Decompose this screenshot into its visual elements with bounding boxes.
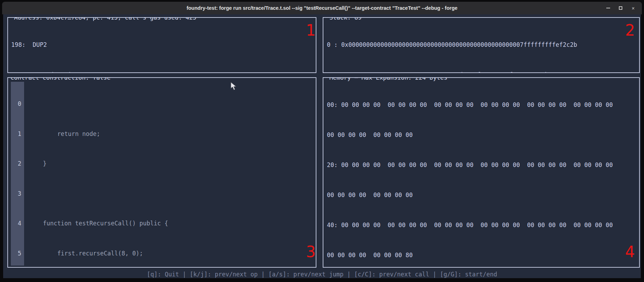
opcode-text: 199: PUSH1(0x00) — [11, 71, 72, 73]
mouse-cursor-icon — [230, 82, 238, 91]
stack-panel-title: Stack: 89 — [323, 17, 368, 22]
memory-row: 00: 00 00 00 00 00 00 00 00 00 00 00 00 … — [323, 100, 639, 109]
opcode-row: 199: PUSH1(0x00) — [8, 70, 316, 73]
memory-row: 00 00 00 00 00 00 00 80 — [323, 251, 639, 260]
screen: { "window": { "title": "foundry-test: fo… — [0, 0, 644, 282]
memory-list: 00: 00 00 00 00 00 00 00 00 00 00 00 00 … — [323, 78, 639, 268]
source-code-text: function testRecurseCall() public { — [29, 219, 168, 228]
source-panel-title: Contract construction: false — [8, 77, 113, 82]
memory-row: 00 00 00 00 00 00 00 00 — [323, 130, 639, 139]
memory-row: 20: 00 00 00 00 00 00 00 00 00 00 00 00 … — [323, 160, 639, 169]
close-button[interactable]: ✕ — [630, 5, 636, 11]
stack-value: 0 : 0x0000000000000000000000000000000000… — [327, 41, 577, 48]
opcode-text: 198: DUP2 — [11, 41, 47, 48]
source-code-list: 0 1 return node; 2 } 3 4 function testRe… — [8, 78, 316, 268]
memory-bytes: 40: 00 00 00 00 00 00 00 00 00 00 00 00 … — [327, 222, 613, 229]
source-line: 2 } — [8, 159, 316, 168]
annotation-number-4: 4 — [625, 244, 635, 260]
memory-bytes: 20: 00 00 00 00 00 00 00 00 00 00 00 00 … — [327, 161, 613, 168]
source-code-text: first.recurseCall(8, 0); — [29, 249, 143, 258]
line-number: 2 — [11, 159, 24, 168]
memory-row: 40: 00 00 00 00 00 00 00 00 00 00 00 00 … — [323, 220, 639, 230]
window-controls: ✕ — [605, 2, 636, 14]
opcode-list: 198: DUP2 199: PUSH1(0x00) 19b: DUP8 19c… — [8, 18, 316, 73]
memory-panel-title: Memory – Max Expansion: 224 bytes — [323, 77, 450, 82]
annotation-number-3: 3 — [306, 244, 316, 260]
window-title: foundry-test: forge run src/trace/Trace.… — [2, 2, 642, 14]
line-number: 3 — [11, 189, 24, 198]
maximize-icon — [619, 6, 622, 10]
memory-bytes: 00 00 00 00 00 00 00 00 — [327, 131, 413, 138]
source-panel: Contract construction: false 0 1 return … — [7, 77, 316, 268]
line-number: 4 — [11, 219, 24, 228]
opcode-row: 198: DUP2 — [8, 40, 316, 49]
memory-bytes: 00 00 00 00 00 00 00 00 — [327, 191, 413, 198]
maximize-button[interactable] — [617, 5, 624, 11]
stack-value: 1 : 0x000000000000000000000000ce71065d40… — [327, 71, 577, 73]
opcode-panel: Address: 0xb4c7…7e84, pc: 413, call's ga… — [7, 17, 316, 73]
source-line: 0 — [8, 100, 316, 109]
opcode-panel-title: Address: 0xb4c7…7e84, pc: 413, call's ga… — [8, 17, 202, 22]
line-number: 0 — [11, 100, 24, 109]
line-number: 1 — [11, 130, 24, 139]
stack-row: 0 : 0x0000000000000000000000000000000000… — [323, 40, 639, 49]
minimize-button[interactable] — [605, 5, 611, 11]
source-line: 3 — [8, 189, 316, 198]
source-line: 4 function testRecurseCall() public { — [8, 219, 316, 228]
terminal-area: Address: 0xb4c7…7e84, pc: 413, call's ga… — [3, 14, 641, 278]
line-number: 5 — [11, 249, 24, 258]
titlebar[interactable]: foundry-test: forge run src/trace/Trace.… — [2, 2, 642, 14]
source-line: 5 first.recurseCall(8, 0); — [8, 249, 316, 258]
stack-list: 0 : 0x0000000000000000000000000000000000… — [323, 18, 639, 73]
memory-bytes: 00: 00 00 00 00 00 00 00 00 00 00 00 00 … — [327, 101, 613, 108]
annotation-number-2: 2 — [625, 22, 635, 38]
statusbar-help: [q]: Quit | [k/j]: prev/next op | [a/s]:… — [3, 270, 641, 278]
memory-bytes: 00 00 00 00 00 00 00 80 — [327, 252, 413, 259]
source-code-text: return node; — [29, 130, 100, 139]
minimize-icon — [606, 8, 610, 8]
stack-row: 1 : 0x000000000000000000000000ce71065d40… — [323, 70, 639, 73]
memory-row: 00 00 00 00 00 00 00 00 — [323, 190, 639, 200]
annotation-number-1: 1 — [306, 22, 316, 38]
source-code-text: } — [29, 159, 46, 168]
source-line: 1 return node; — [8, 130, 316, 139]
stack-panel: Stack: 89 0 : 0x000000000000000000000000… — [323, 17, 640, 73]
memory-panel: Memory – Max Expansion: 224 bytes 00: 00… — [323, 77, 640, 268]
